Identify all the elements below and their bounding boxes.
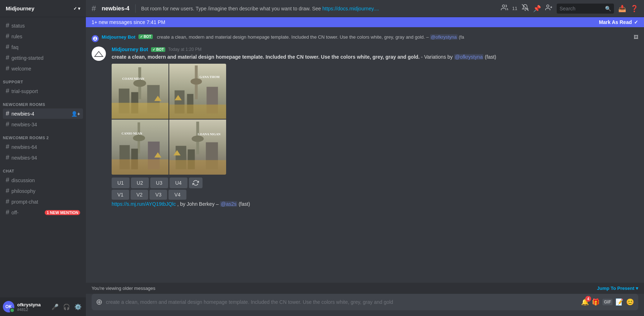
sidebar-item-trial-support[interactable]: # trial-support: [3, 86, 83, 96]
sidebar-item-newbies-4[interactable]: # newbies-4 👤+: [3, 108, 83, 119]
add-member-icon[interactable]: [545, 4, 552, 13]
server-header[interactable]: Midjourney ✓ ▾: [0, 0, 86, 17]
search-input[interactable]: [560, 6, 605, 11]
svg-rect-11: [112, 103, 169, 119]
channel-name: faq: [11, 44, 18, 50]
sidebar-item-newbies-94[interactable]: # newbies-94: [3, 152, 83, 163]
sidebar-item-newbies-64[interactable]: # newbies-64: [3, 142, 83, 152]
sidebar-item-newbies-34[interactable]: # newbies-34: [3, 119, 83, 130]
sidebar-item-philosophy[interactable]: # philosophy: [3, 186, 83, 196]
category-label: SUPPORT: [3, 80, 23, 84]
sidebar-item-off[interactable]: # off- 1 NEW MENTION: [3, 207, 83, 218]
sidebar-item-welcome[interactable]: # welcome: [3, 63, 83, 74]
gift-icon[interactable]: 🎁: [592, 298, 600, 306]
channel-name: getting-started: [11, 55, 44, 61]
members-icon[interactable]: [501, 4, 508, 13]
svg-point-16: [191, 78, 202, 84]
message-text: create a clean, modern and material desi…: [112, 54, 638, 61]
channel-name: newbies-34: [11, 122, 37, 127]
sidebar-item-getting-started[interactable]: # getting-started: [3, 53, 83, 63]
sidebar-item-discussion[interactable]: # discussion: [3, 175, 83, 185]
link-row: https://s.mj.run/AYQ19tbJQlc , by John B…: [112, 201, 638, 207]
svg-rect-20: [169, 104, 226, 119]
bot-notification-row: Midjourney Bot ✓ BOT create a clean, mod…: [92, 33, 638, 44]
user-mention[interactable]: @ofkrystyna: [454, 54, 483, 60]
image-preview-icon[interactable]: 🖼: [634, 34, 638, 40]
docs-link[interactable]: https://docs.midjourney....: [322, 6, 379, 11]
channel-name: welcome: [11, 66, 31, 72]
refresh-button[interactable]: [189, 178, 203, 188]
user-link[interactable]: @as2s: [220, 201, 237, 207]
sidebar-item-rules[interactable]: # rules: [3, 31, 83, 42]
image-cell-4: LOANA NIGAN: [169, 120, 226, 175]
u2-button[interactable]: U2: [131, 178, 149, 188]
inbox-icon[interactable]: 📥: [618, 5, 626, 13]
add-attachment-button[interactable]: ⊕: [96, 297, 102, 307]
channel-header: # newbies-4 Bot room for new users. Type…: [86, 0, 644, 17]
u3-button[interactable]: U3: [150, 178, 168, 188]
u4-button[interactable]: U4: [170, 178, 187, 188]
channel-name: newbies-94: [11, 155, 37, 161]
v3-button[interactable]: V3: [150, 190, 167, 200]
mark-as-read-button[interactable]: Mark As Read ✓: [599, 19, 638, 25]
hash-icon: #: [6, 209, 9, 216]
channel-name: prompt-chat: [11, 199, 38, 205]
category-label: NEWCOMER ROOMS 2: [3, 136, 49, 140]
search-box[interactable]: 🔍: [557, 4, 614, 14]
new-messages-banner: 1+ new messages since 7:41 PM Mark As Re…: [86, 17, 644, 27]
mute-button[interactable]: 🎤: [50, 302, 60, 312]
message-input[interactable]: [106, 299, 577, 305]
messages-area: Midjourney Bot ✓ BOT create a clean, mod…: [86, 27, 644, 283]
older-messages-bar: You're viewing older messages Jump To Pr…: [86, 283, 644, 294]
svg-text:LOANA NIGAN: LOANA NIGAN: [198, 132, 221, 136]
hash-icon: #: [6, 22, 9, 29]
sticker-icon[interactable]: 📝: [615, 298, 623, 306]
image-grid: COANI NIDAN: [112, 64, 226, 175]
category-support[interactable]: SUPPORT: [0, 74, 86, 86]
category-newcomer-rooms[interactable]: NEWCOMER ROOMS: [0, 97, 86, 108]
v4-button[interactable]: V4: [169, 190, 186, 200]
hash-icon: #: [6, 110, 9, 117]
svg-text:GANA THOM: GANA THOM: [199, 75, 220, 78]
message-content: Midjourney Bot ✓ BOT Today at 1:20 PM cr…: [112, 47, 638, 210]
bottom-area: You're viewing older messages Jump To Pr…: [86, 283, 644, 316]
variation-buttons: V1 V2 V3 V4: [112, 190, 638, 200]
message-header: Midjourney Bot ✓ BOT Today at 1:20 PM: [112, 47, 638, 52]
svg-point-25: [133, 135, 145, 141]
category-chat[interactable]: CHAT: [0, 163, 86, 175]
v1-button[interactable]: V1: [112, 190, 129, 200]
svg-line-1: [522, 4, 528, 11]
channel-name: rules: [11, 34, 22, 39]
pin-icon[interactable]: 📌: [533, 5, 541, 13]
image-cell-2: GANA THOM: [169, 64, 226, 119]
image-link[interactable]: https://s.mj.run/AYQ19tbJQlc: [112, 201, 176, 207]
bot-badge: ✓ BOT: [138, 34, 153, 39]
message-input-area: ⊕ 🔔 4 🎁 GIF 📝 😊: [92, 294, 638, 310]
sidebar-item-faq[interactable]: # faq: [3, 42, 83, 52]
help-icon[interactable]: ❓: [630, 5, 638, 13]
v2-button[interactable]: V2: [131, 190, 148, 200]
sidebar-item-status[interactable]: # status: [3, 20, 83, 31]
add-user-icon[interactable]: 👤+: [71, 111, 80, 117]
hash-icon: #: [6, 198, 9, 205]
bot-verified-badge: ✓ BOT: [151, 47, 165, 52]
message-image[interactable]: COANI NIDAN: [112, 64, 226, 175]
deafen-button[interactable]: 🎧: [62, 302, 72, 312]
svg-rect-38: [169, 160, 226, 175]
server-name: Midjourney: [6, 5, 34, 11]
channel-description: Bot room for new users. Type /imagine th…: [141, 6, 497, 11]
mute-notifications-icon[interactable]: [522, 4, 529, 13]
svg-point-2: [547, 5, 549, 8]
emoji-icon[interactable]: 😊: [626, 298, 634, 306]
upscale-buttons: U1 U2 U3 U4: [112, 178, 638, 188]
new-messages-text: 1+ new messages since 7:41 PM: [92, 19, 165, 25]
gif-icon[interactable]: GIF: [602, 299, 613, 305]
sidebar-item-prompt-chat[interactable]: # prompt-chat: [3, 196, 83, 207]
hash-icon: #: [6, 43, 9, 51]
link-speed: (fast): [239, 201, 250, 207]
u1-button[interactable]: U1: [112, 178, 130, 188]
jump-to-present-button[interactable]: Jump To Present ▾: [597, 286, 638, 291]
category-newcomer-rooms-2[interactable]: NEWCOMER ROOMS 2: [0, 130, 86, 141]
settings-button[interactable]: ⚙️: [73, 302, 83, 312]
notification-icon[interactable]: 🔔 4: [581, 298, 589, 306]
